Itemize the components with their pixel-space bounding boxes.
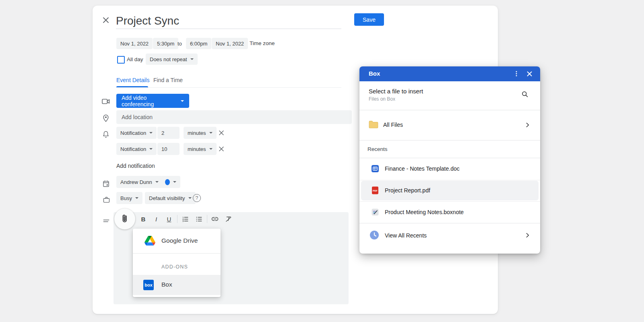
search-icon[interactable] xyxy=(520,89,530,99)
google-drive-icon xyxy=(144,235,155,246)
visibility-help-icon[interactable]: ? xyxy=(193,194,201,202)
chevron-down-icon xyxy=(209,148,213,150)
calendar-icon xyxy=(101,179,110,188)
notification-type-dropdown[interactable]: Notification xyxy=(116,127,157,139)
italic-button[interactable]: I xyxy=(151,214,161,224)
busy-value: Busy xyxy=(120,195,132,201)
view-all-recents-row[interactable]: View All Recents xyxy=(359,223,540,254)
file-name: Project Report.pdf xyxy=(385,187,430,194)
insert-link-icon[interactable] xyxy=(210,214,220,224)
repeat-dropdown[interactable]: Does not repeat xyxy=(146,54,198,65)
visibility-dropdown[interactable]: Default visibility xyxy=(145,192,196,204)
remove-notification-icon[interactable] xyxy=(218,146,225,152)
attach-file-button[interactable] xyxy=(114,208,135,229)
notification-type-value: Notification xyxy=(120,130,146,136)
menu-item-label: Google Drive xyxy=(161,237,198,244)
location-pin-icon xyxy=(101,114,110,123)
file-name: Product Meeting Notes.boxnote xyxy=(385,209,464,215)
notification-type-dropdown[interactable]: Notification xyxy=(116,143,157,155)
chevron-down-icon xyxy=(209,132,213,134)
organizer-name: Andrew Dunn xyxy=(120,179,152,185)
addons-section-label: ADD-ONS xyxy=(161,264,188,270)
event-color-dropdown[interactable] xyxy=(161,176,180,188)
add-video-label: Add video conferencing xyxy=(122,95,176,107)
file-row[interactable]: Product Meeting Notes.boxnote xyxy=(359,202,540,223)
paperclip-icon xyxy=(120,214,130,224)
bold-button[interactable]: B xyxy=(138,214,148,224)
chevron-down-icon xyxy=(190,58,194,60)
title-underline xyxy=(116,29,341,29)
start-time-field[interactable]: 5:30pm xyxy=(153,38,178,49)
end-date-field[interactable]: Nov 1, 2022 xyxy=(212,38,248,49)
box-addon-panel: Box Select a file to insert Files on Box… xyxy=(359,66,540,254)
boxnote-file-icon xyxy=(370,207,380,217)
notification-unit-value: minutes xyxy=(188,146,206,152)
tab-event-details[interactable]: Event Details xyxy=(116,77,149,83)
menu-item-label: Box xyxy=(161,281,172,288)
notification-unit-dropdown[interactable]: minutes xyxy=(184,143,217,155)
close-panel-icon[interactable] xyxy=(526,70,533,77)
save-button[interactable]: Save xyxy=(354,13,384,26)
busy-status-dropdown[interactable]: Busy xyxy=(116,192,142,204)
menu-item-google-drive[interactable]: Google Drive xyxy=(133,229,221,253)
box-logo-icon: box xyxy=(143,280,154,290)
box-panel-title: Box xyxy=(369,70,380,77)
toolbar-divider xyxy=(207,215,207,223)
toolbar-divider xyxy=(177,215,178,223)
tabs-divider xyxy=(116,87,341,88)
notification-unit-dropdown[interactable]: minutes xyxy=(184,127,217,139)
event-color-swatch xyxy=(165,179,170,185)
remove-notification-icon[interactable] xyxy=(218,130,225,136)
page-background: Project Sync Save Nov 1, 2022 5:30pm to … xyxy=(0,0,644,322)
file-picker-prompt: Select a file to insert xyxy=(369,88,423,95)
all-day-checkbox[interactable] xyxy=(117,56,125,64)
file-row-selected[interactable]: PDF Project Report.pdf xyxy=(361,181,539,200)
bulleted-list-icon[interactable] xyxy=(194,214,204,224)
underline-button[interactable]: U xyxy=(164,214,174,224)
pdf-file-icon: PDF xyxy=(370,186,380,195)
doc-file-icon xyxy=(370,164,380,173)
numbered-list-icon[interactable] xyxy=(180,214,190,224)
all-files-row[interactable]: All Files xyxy=(359,110,540,140)
chevron-right-icon xyxy=(524,122,530,128)
file-divider xyxy=(359,180,540,180)
pdf-badge: PDF xyxy=(373,190,378,192)
end-time-field[interactable]: 6:00pm xyxy=(186,38,211,49)
add-video-conferencing-button[interactable]: Add video conferencing xyxy=(116,94,189,108)
chevron-down-icon xyxy=(149,148,153,150)
timezone-button[interactable]: Time zone xyxy=(250,40,275,46)
chevron-down-icon xyxy=(149,132,153,134)
add-notification-button[interactable]: Add notification xyxy=(116,163,155,169)
clear-formatting-icon[interactable] xyxy=(224,214,233,224)
recents-section-label: Recents xyxy=(367,146,388,152)
start-date-field[interactable]: Nov 1, 2022 xyxy=(116,38,153,49)
menu-divider xyxy=(133,253,221,254)
notification-value-field[interactable]: 2 xyxy=(157,127,180,139)
briefcase-icon xyxy=(102,195,111,204)
tab-find-a-time[interactable]: Find a Time xyxy=(153,77,183,83)
organizer-dropdown[interactable]: Andrew Dunn xyxy=(116,176,163,188)
menu-item-box[interactable]: box Box xyxy=(133,275,221,295)
visibility-value: Default visibility xyxy=(149,195,185,201)
box-panel-header: Box xyxy=(359,66,540,81)
description-lines-icon xyxy=(102,217,111,225)
notification-value-field[interactable]: 10 xyxy=(157,143,180,155)
clock-icon xyxy=(369,230,379,240)
all-files-label: All Files xyxy=(383,122,403,128)
file-picker-source: Files on Box xyxy=(369,96,395,102)
bell-icon xyxy=(101,130,110,139)
all-day-label: All day xyxy=(127,56,143,62)
close-event-icon[interactable] xyxy=(101,15,111,25)
notification-type-value: Notification xyxy=(120,146,146,152)
location-input[interactable] xyxy=(116,110,352,124)
kebab-menu-icon[interactable] xyxy=(513,70,520,77)
chevron-right-icon xyxy=(524,232,530,238)
file-row[interactable]: Finance - Notes Template.doc xyxy=(359,158,540,180)
notification-unit-value: minutes xyxy=(188,130,206,136)
chevron-down-icon xyxy=(181,100,184,102)
view-all-recents-label: View All Recents xyxy=(385,232,427,239)
to-label: to xyxy=(178,41,182,47)
event-title[interactable]: Project Sync xyxy=(116,14,179,27)
panel-divider xyxy=(359,140,540,140)
video-camera-icon xyxy=(101,97,111,106)
